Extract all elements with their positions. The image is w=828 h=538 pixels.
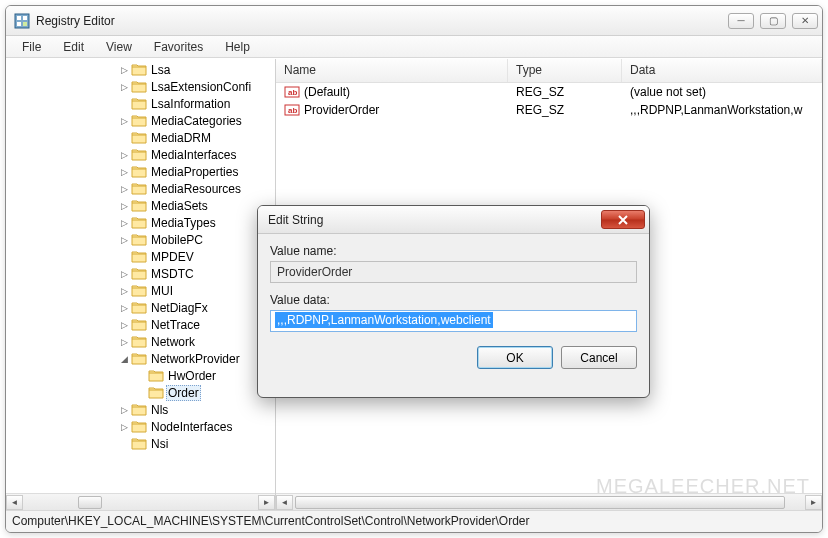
folder-icon [131, 437, 147, 451]
maximize-button[interactable]: ▢ [760, 13, 786, 29]
expander-icon[interactable]: ▷ [119, 82, 129, 92]
tree-node[interactable]: ▷MediaProperties [119, 163, 275, 180]
scroll-left-button[interactable]: ◄ [6, 495, 23, 510]
tree-label: Network [149, 335, 197, 349]
tree-node[interactable]: ▷MediaSets [119, 197, 275, 214]
tree-node[interactable]: ◢NetworkProvider [119, 350, 275, 367]
expander-icon[interactable]: ▷ [119, 150, 129, 160]
folder-icon [131, 97, 147, 111]
ok-button[interactable]: OK [477, 346, 553, 369]
tree-node[interactable]: ▷MSDTC [119, 265, 275, 282]
expander-icon[interactable]: ▷ [119, 167, 129, 177]
window-title: Registry Editor [36, 14, 728, 28]
window-controls: ─ ▢ ✕ [728, 13, 818, 29]
tree-node[interactable]: Nsi [119, 435, 275, 452]
folder-icon [131, 420, 147, 434]
list-row[interactable]: ab ProviderOrder REG_SZ ,,,RDPNP,LanmanW… [276, 101, 822, 119]
menu-favorites[interactable]: Favorites [144, 38, 213, 56]
tree-node[interactable]: ▷NodeInterfaces [119, 418, 275, 435]
tree-node[interactable]: ▷MobilePC [119, 231, 275, 248]
tree-label: MediaResources [149, 182, 243, 196]
dialog-title: Edit String [268, 213, 601, 227]
tree-node[interactable]: ▷Nls [119, 401, 275, 418]
tree-node[interactable]: MPDEV [119, 248, 275, 265]
dialog-body: Value name: ProviderOrder Value data: ,,… [258, 234, 649, 397]
expander-icon[interactable]: ▷ [119, 116, 129, 126]
tree-label: LsaExtensionConfi [149, 80, 253, 94]
expander-icon[interactable]: ▷ [119, 286, 129, 296]
tree-node[interactable]: ▷Network [119, 333, 275, 350]
tree-node[interactable]: ▷MUI [119, 282, 275, 299]
expander-icon[interactable]: ▷ [119, 303, 129, 313]
tree-node[interactable]: ▷MediaResources [119, 180, 275, 197]
close-button[interactable]: ✕ [792, 13, 818, 29]
menu-help[interactable]: Help [215, 38, 260, 56]
folder-icon [131, 182, 147, 196]
scroll-track[interactable] [293, 495, 805, 510]
expander-icon[interactable]: ▷ [119, 320, 129, 330]
menu-edit[interactable]: Edit [53, 38, 94, 56]
menu-view[interactable]: View [96, 38, 142, 56]
expander-icon[interactable]: ▷ [119, 405, 129, 415]
cancel-button[interactable]: Cancel [561, 346, 637, 369]
tree-node[interactable]: HwOrder [119, 367, 275, 384]
expander-icon[interactable]: ▷ [119, 184, 129, 194]
folder-icon [131, 403, 147, 417]
expander-icon[interactable]: ▷ [119, 201, 129, 211]
tree-node[interactable]: MediaDRM [119, 129, 275, 146]
tree-node[interactable]: ▷MediaInterfaces [119, 146, 275, 163]
edit-string-dialog: Edit String Value name: ProviderOrder Va… [257, 205, 650, 398]
column-header-name[interactable]: Name [276, 59, 508, 82]
svg-rect-4 [23, 22, 27, 26]
list-hscrollbar[interactable]: ◄ ► [276, 493, 822, 510]
svg-rect-1 [17, 16, 21, 20]
list-header: Name Type Data [276, 59, 822, 83]
list-row[interactable]: ab (Default) REG_SZ (value not set) [276, 83, 822, 101]
folder-icon [131, 80, 147, 94]
scroll-track[interactable] [23, 495, 258, 510]
tree-node[interactable]: ▷Lsa [119, 61, 275, 78]
folder-icon [131, 131, 147, 145]
column-header-data[interactable]: Data [622, 59, 822, 82]
value-name-input[interactable]: ProviderOrder [270, 261, 637, 283]
expander-icon[interactable]: ▷ [119, 235, 129, 245]
expander-icon[interactable]: ▷ [119, 65, 129, 75]
expander-icon[interactable]: ▷ [119, 337, 129, 347]
scroll-left-button[interactable]: ◄ [276, 495, 293, 510]
tree-node[interactable]: ▷NetTrace [119, 316, 275, 333]
svg-text:ab: ab [288, 88, 297, 97]
tree-node[interactable]: Order [119, 384, 275, 401]
scroll-right-button[interactable]: ► [258, 495, 275, 510]
minimize-button[interactable]: ─ [728, 13, 754, 29]
folder-icon [131, 250, 147, 264]
folder-icon [131, 335, 147, 349]
folder-icon [131, 267, 147, 281]
scroll-right-button[interactable]: ► [805, 495, 822, 510]
tree-label: MediaInterfaces [149, 148, 238, 162]
tree-label: MSDTC [149, 267, 196, 281]
dialog-close-button[interactable] [601, 210, 645, 229]
tree-node[interactable]: ▷NetDiagFx [119, 299, 275, 316]
expander-icon[interactable]: ◢ [119, 354, 129, 364]
tree-node[interactable]: ▷MediaCategories [119, 112, 275, 129]
tree-label: LsaInformation [149, 97, 232, 111]
tree-hscrollbar[interactable]: ◄ ► [6, 493, 275, 510]
tree-node[interactable]: ▷LsaExtensionConfi [119, 78, 275, 95]
expander-icon[interactable]: ▷ [119, 218, 129, 228]
tree-node[interactable]: LsaInformation [119, 95, 275, 112]
registry-tree[interactable]: ▷Lsa▷LsaExtensionConfiLsaInformation▷Med… [6, 59, 275, 493]
cell-data: ,,,RDPNP,LanmanWorkstation,w [622, 103, 822, 117]
scroll-thumb[interactable] [295, 496, 785, 509]
folder-icon [131, 216, 147, 230]
tree-node[interactable]: ▷MediaTypes [119, 214, 275, 231]
value-data-input[interactable]: ,,,RDPNP,LanmanWorkstation,webclient [270, 310, 637, 332]
expander-icon[interactable]: ▷ [119, 422, 129, 432]
column-header-type[interactable]: Type [508, 59, 622, 82]
menu-file[interactable]: File [12, 38, 51, 56]
label-value-name: Value name: [270, 244, 637, 258]
expander-icon[interactable]: ▷ [119, 269, 129, 279]
tree-label: MediaTypes [149, 216, 218, 230]
tree-label: NetDiagFx [149, 301, 210, 315]
scroll-thumb[interactable] [78, 496, 102, 509]
tree-label: NetTrace [149, 318, 202, 332]
